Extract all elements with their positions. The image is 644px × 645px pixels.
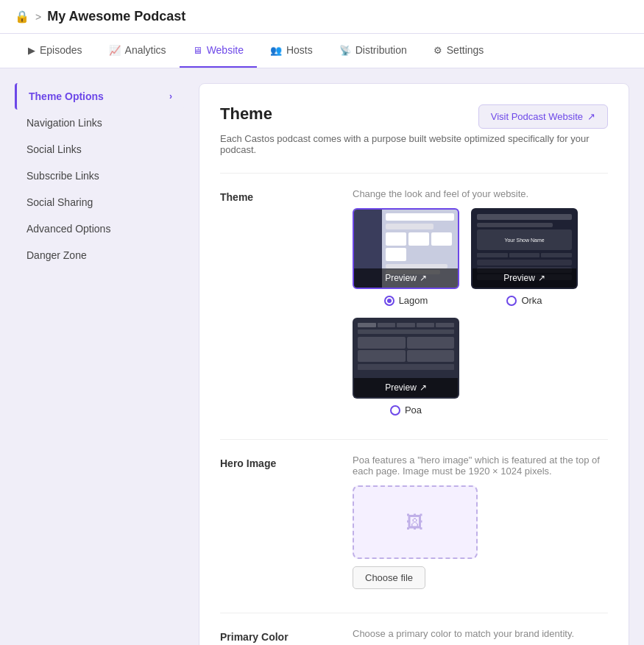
- color-body: Choose a primary color to match your bra…: [353, 628, 608, 645]
- external-icon-lagom: ↗: [420, 273, 427, 283]
- theme-preview-poa-overlay: Preview ↗: [354, 378, 458, 397]
- analytics-icon: 📈: [109, 45, 121, 56]
- theme-radio-lagom[interactable]: Lagom: [353, 295, 459, 306]
- tab-hosts[interactable]: 👥 Hosts: [257, 34, 326, 68]
- sidebar-item-danger-zone-label: Danger Zone: [26, 249, 87, 261]
- theme-poa-label: Poa: [405, 405, 422, 416]
- tab-settings-label: Settings: [447, 44, 484, 56]
- radio-lagom: [384, 296, 394, 306]
- visit-btn-label: Visit Podcast Website: [491, 111, 583, 122]
- tab-distribution-label: Distribution: [355, 44, 407, 56]
- sidebar-item-theme-options-label: Theme Options: [29, 90, 104, 102]
- content-area: Theme Options › Navigation Links Social …: [0, 68, 644, 645]
- tab-analytics[interactable]: 📈 Analytics: [96, 34, 180, 68]
- theme-row: Theme Change the look and feel of your w…: [220, 188, 608, 416]
- theme-label: Theme: [220, 188, 338, 203]
- hero-row: Hero Image Poa features a "hero image" w…: [220, 455, 608, 589]
- theme-radio-poa[interactable]: Poa: [353, 405, 459, 416]
- primary-color-section: Primary Color Choose a primary color to …: [220, 628, 608, 645]
- sidebar-item-social-sharing[interactable]: Social Sharing: [15, 189, 184, 215]
- hero-body: Poa features a "hero image" which is fea…: [353, 455, 608, 589]
- hero-upload-area[interactable]: 🖼: [353, 485, 478, 559]
- theme-options: Preview ↗ Lagom: [353, 208, 608, 416]
- sidebar-item-subscribe-links[interactable]: Subscribe Links: [15, 163, 184, 189]
- section-divider-3: [220, 613, 608, 613]
- sidebar-item-social-links-label: Social Links: [26, 143, 82, 155]
- episodes-icon: ▶: [28, 45, 35, 56]
- section-divider-2: [220, 439, 608, 440]
- hero-image-section: Hero Image Poa features a "hero image" w…: [220, 455, 608, 589]
- distribution-icon: 📡: [339, 45, 351, 56]
- theme-preview-lagom: Preview ↗: [353, 208, 459, 289]
- tab-settings[interactable]: ⚙ Settings: [420, 34, 498, 68]
- choose-file-button[interactable]: Choose file: [353, 566, 425, 589]
- preview-lagom-label: Preview: [385, 273, 417, 283]
- color-row: Primary Color Choose a primary color to …: [220, 628, 608, 645]
- sidebar-item-danger-zone[interactable]: Danger Zone: [15, 242, 184, 268]
- sidebar: Theme Options › Navigation Links Social …: [15, 83, 184, 645]
- external-icon-orka: ↗: [538, 273, 545, 283]
- visit-podcast-website-button[interactable]: Visit Podcast Website ↗: [478, 104, 608, 129]
- theme-lagom-label: Lagom: [399, 295, 428, 306]
- sidebar-item-navigation-links-label: Navigation Links: [26, 117, 102, 129]
- radio-orka: [506, 296, 517, 306]
- radio-poa: [390, 405, 400, 416]
- page-title: Theme: [220, 104, 272, 124]
- color-label: Primary Color: [220, 628, 338, 643]
- lock-icon: 🔒: [15, 10, 29, 24]
- theme-preview-lagom-overlay: Preview ↗: [354, 268, 458, 288]
- page-header: Theme Visit Podcast Website ↗: [220, 104, 608, 129]
- breadcrumb: 🔒 > My Awesome Podcast: [15, 9, 185, 24]
- sidebar-item-social-links[interactable]: Social Links: [15, 136, 184, 163]
- sidebar-item-navigation-links[interactable]: Navigation Links: [15, 110, 184, 136]
- theme-card-poa[interactable]: Preview ↗ Poa: [353, 318, 459, 416]
- tab-episodes-label: Episodes: [40, 44, 82, 56]
- choose-file-label: Choose file: [365, 572, 413, 583]
- breadcrumb-separator: >: [35, 11, 41, 23]
- settings-icon: ⚙: [434, 45, 442, 56]
- theme-orka-label: Orka: [521, 295, 542, 306]
- page-description: Each Castos podcast comes with a purpose…: [220, 133, 608, 155]
- tab-distribution[interactable]: 📡 Distribution: [326, 34, 420, 68]
- theme-hint: Change the look and feel of your website…: [353, 188, 608, 199]
- theme-radio-orka[interactable]: Orka: [471, 295, 578, 306]
- theme-preview-orka-overlay: Preview ↗: [473, 268, 576, 288]
- tab-episodes[interactable]: ▶ Episodes: [15, 34, 96, 68]
- external-link-icon: ↗: [587, 111, 595, 122]
- website-icon: 🖥: [193, 45, 202, 56]
- hero-label: Hero Image: [220, 455, 338, 469]
- hero-desc: Poa features a "hero image" which is fea…: [353, 455, 608, 477]
- external-icon-poa: ↗: [420, 382, 427, 393]
- chevron-right-icon: ›: [169, 91, 172, 101]
- image-upload-icon: 🖼: [406, 512, 424, 532]
- theme-preview-orka: Your Show Name: [471, 208, 578, 289]
- preview-poa-label: Preview: [385, 382, 417, 393]
- hosts-icon: 👥: [270, 45, 282, 56]
- sidebar-item-advanced-options-label: Advanced Options: [26, 223, 110, 235]
- tab-analytics-label: Analytics: [125, 44, 166, 56]
- header: 🔒 > My Awesome Podcast: [0, 0, 644, 34]
- theme-body: Change the look and feel of your website…: [353, 188, 608, 416]
- theme-card-orka[interactable]: Your Show Name: [471, 208, 578, 306]
- sidebar-item-theme-options[interactable]: Theme Options ›: [15, 83, 184, 110]
- main-content: Theme Visit Podcast Website ↗ Each Casto…: [199, 83, 629, 645]
- preview-orka-label: Preview: [503, 273, 535, 283]
- tab-hosts-label: Hosts: [286, 44, 313, 56]
- sidebar-item-advanced-options[interactable]: Advanced Options: [15, 215, 184, 242]
- theme-section: Theme Change the look and feel of your w…: [220, 188, 608, 416]
- theme-card-lagom[interactable]: Preview ↗ Lagom: [353, 208, 459, 306]
- tab-website-label: Website: [207, 44, 244, 56]
- nav-tabs: ▶ Episodes 📈 Analytics 🖥 Website 👥 Hosts…: [0, 34, 644, 68]
- sidebar-item-subscribe-links-label: Subscribe Links: [26, 170, 99, 182]
- section-divider: [220, 173, 608, 174]
- theme-preview-poa: Preview ↗: [353, 318, 459, 399]
- sidebar-item-social-sharing-label: Social Sharing: [26, 196, 93, 208]
- tab-website[interactable]: 🖥 Website: [180, 34, 257, 68]
- color-hint: Choose a primary color to match your bra…: [353, 628, 608, 639]
- podcast-name: My Awesome Podcast: [47, 9, 185, 24]
